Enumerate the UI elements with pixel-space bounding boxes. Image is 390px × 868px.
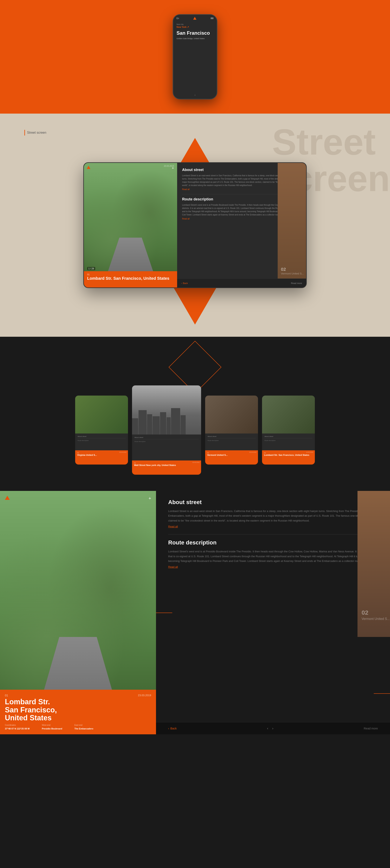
mini-date-1: 23.03.2019 [119, 452, 126, 453]
mockups-grid-section: About street Route description 01 Virgin… [0, 337, 390, 491]
detail-date: 23.03.2019 [138, 694, 151, 697]
scroll-arrow[interactable] [173, 90, 217, 99]
detail-read-more-button[interactable]: Read more [364, 727, 378, 730]
detail-bottom-nav: ‹ Back ‹ › Read more [156, 722, 390, 734]
detail-street-name: Lombard Str. San Francisco, United State… [5, 698, 151, 722]
detail-app-logo [5, 496, 10, 500]
mini-mockup-2-featured[interactable]: About street Route description 01 Wall S… [132, 385, 201, 475]
detail-about-read-all[interactable]: Read all [168, 525, 378, 528]
detail-next-name: Vermont United S... [362, 617, 390, 621]
mini-number-3: 01 [207, 452, 256, 454]
mini-street-name-3: Vermont United S... [207, 454, 256, 457]
mini-route-label-4: Route description [264, 440, 312, 442]
mini-orange-bar-3: 01 Vermont United S... 23.03.2019 [205, 450, 258, 465]
detail-coordinates: Coordinates 37°48 07 N 122°25 08 W [5, 724, 30, 730]
mini-mockup-image-4 [262, 396, 315, 433]
detail-west-end: West end Presidio Boulevard [42, 724, 62, 730]
tablet-bottom-nav: ‹ Back Read more [177, 279, 306, 287]
detail-coords-area: Coordinates 37°48 07 N 122°25 08 W West … [5, 724, 151, 730]
phone-mockup: En Next city New York ↗ San Francisco Go… [173, 14, 217, 99]
mini-divider-4 [264, 438, 312, 438]
detail-route-read-all[interactable]: Read all [168, 565, 378, 568]
next-city-label: Next city [176, 23, 214, 25]
read-more-button[interactable]: Read more [291, 282, 302, 284]
street-section-label: Street screen [24, 130, 46, 135]
mini-number-1: 01 [77, 452, 126, 454]
mockups-row: About street Route description 01 Virgin… [0, 385, 390, 475]
detail-add-button[interactable]: + [148, 496, 151, 501]
street-photo [84, 163, 177, 287]
image-counter: 1 / 29 [87, 267, 95, 270]
street-screen-section: Street screen Street screen 1 / 29 + 01 … [0, 114, 390, 337]
mini-mockup-3[interactable]: About street Route description 01 Vermon… [205, 396, 258, 465]
mini-about-label-2: About street [135, 437, 199, 438]
mini-about-label-4: About street [264, 436, 312, 437]
detail-next-street-thumbnail[interactable]: 02 Vermont United S... [358, 491, 390, 637]
detail-section-divider [168, 534, 378, 534]
next-city-name[interactable]: New York ↗ [176, 26, 214, 28]
building-4 [152, 416, 160, 435]
prev-arrow-icon[interactable]: ‹ [267, 726, 268, 730]
detail-about-title: About street [168, 499, 378, 505]
detail-about-text: Lombard Street is an east-west street in… [168, 509, 378, 523]
mini-mockup-1[interactable]: About street Route description 01 Virgin… [75, 396, 128, 465]
detail-section: 1 / 29 + 01 23.03.2019 Lombard Str. San … [0, 491, 390, 734]
mini-number-4: 01 [264, 452, 313, 454]
mini-street-name-2: Wall Street New york city, United States [134, 464, 199, 467]
detail-next-number: 02 [362, 609, 390, 616]
street-info-bar: 01 Lombard Str. San Francisco, United St… [84, 271, 177, 287]
mini-mockup-image-1 [75, 396, 128, 433]
mini-route-label-2: Route description [135, 441, 199, 443]
detail-back-button[interactable]: ‹ Back [168, 727, 177, 730]
mini-mockup-image-2 [132, 385, 201, 435]
mini-mockup-4[interactable]: About street Route description 01 Lombar… [262, 396, 315, 465]
tablet-image-area: 1 / 29 + 01 Lombard Str. San Francisco, … [84, 163, 177, 287]
detail-route-text: Lombard Street's west end is at Presidio… [168, 549, 378, 563]
street-date: 23.03.2019 [164, 165, 174, 167]
phone-content: Next city New York ↗ San Francisco Golde… [173, 21, 217, 90]
phone-status-bar: En [173, 15, 217, 21]
building-5 [160, 412, 166, 435]
mini-number-2: 01 [134, 462, 199, 464]
tablet-content-area: ✕ About street Lombard Street is an east… [177, 163, 306, 287]
current-city-location: Golden Gate Bridge, United States [176, 37, 214, 40]
app-logo-icon [193, 17, 196, 20]
current-city-name: San Francisco [176, 30, 214, 36]
mini-route-label-3: Route description [207, 440, 255, 442]
building-8 [180, 415, 186, 435]
back-button[interactable]: ‹ Back [181, 282, 188, 284]
next-street-number: 02 [281, 267, 304, 272]
detail-nav-arrows: ‹ › [267, 726, 273, 730]
hero-section: En Next city New York ↗ San Francisco Go… [0, 0, 390, 114]
next-street-name: Vermont United S... [281, 272, 304, 275]
building-7 [171, 408, 180, 435]
next-street-thumbnail[interactable]: 02 Vermont United S... [278, 163, 306, 287]
right-line-accent [374, 693, 390, 694]
detail-east-end: East end The Embarcadero [74, 724, 93, 730]
mini-street-name-1: Virginia United S... [77, 454, 126, 457]
mini-route-label-1: Route description [78, 440, 126, 442]
detail-route-title: Route description [168, 539, 378, 546]
next-arrow-icon[interactable]: › [272, 726, 273, 730]
mini-about-label-3: About street [207, 436, 255, 437]
mini-date-3: 23.03.2019 [249, 452, 256, 453]
label-accent-bar [24, 130, 25, 135]
detail-image-area: 1 / 29 + 01 23.03.2019 Lombard Str. San … [0, 491, 156, 734]
menu-icon[interactable] [211, 18, 214, 19]
language-indicator: En [176, 17, 179, 20]
building-2 [139, 410, 147, 435]
street-label-text: Street screen [27, 131, 46, 134]
building-3 [147, 414, 152, 435]
tablet-app-logo [87, 166, 90, 169]
mini-mockup-content-1: About street Route description [75, 433, 128, 444]
mini-about-label-1: About street [78, 436, 126, 437]
mini-orange-bar-4: 01 Lombard Str. San Francisco, United St… [262, 450, 315, 465]
mini-divider-2 [135, 439, 199, 439]
detail-info-bar: 01 23.03.2019 Lombard Str. San Francisco… [0, 690, 156, 734]
street-name: Lombard Str. San Francisco, United State… [87, 276, 174, 281]
detail-street-number: 01 [5, 694, 151, 697]
buildings-decoration [132, 408, 201, 435]
mini-mockup-content-2: About street Route description [132, 435, 201, 445]
mini-divider-3 [207, 438, 255, 438]
back-chevron-icon: ‹ [168, 727, 169, 730]
